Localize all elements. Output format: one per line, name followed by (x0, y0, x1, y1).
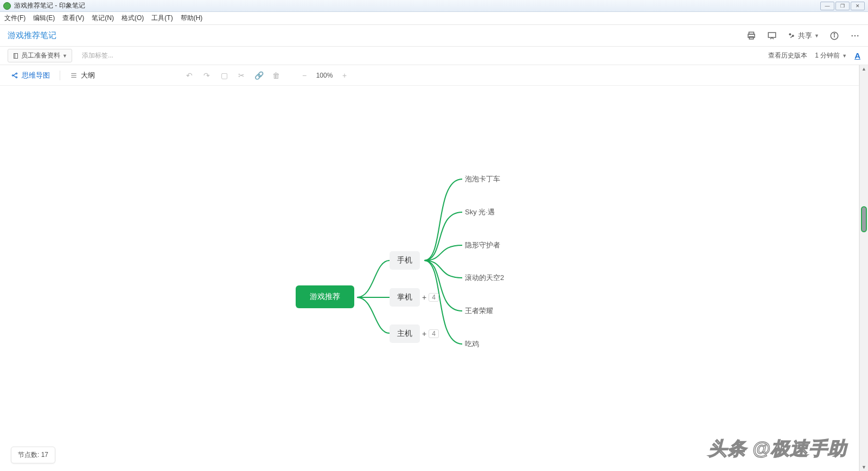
note-meta-row: 员工准备资料 ▼ 添加标签... 查看历史版本 1 分钟前 ▼ A (0, 47, 868, 65)
close-button[interactable]: ✕ (851, 2, 865, 10)
mindmap-sub-node[interactable]: 掌机 + 4 (390, 288, 439, 307)
svg-point-8 (834, 33, 835, 34)
collapsed-count-badge: 4 (429, 329, 439, 338)
svg-point-4 (789, 33, 791, 35)
mindmap-leaf-node[interactable]: 泡泡卡丁车 (465, 174, 500, 184)
mindmap-sub-node[interactable]: 主机 + 4 (390, 324, 439, 343)
expand-icon[interactable]: + (422, 293, 426, 302)
zoom-out-icon[interactable]: − (298, 69, 311, 82)
svg-point-15 (16, 73, 17, 74)
maximize-button[interactable]: ❐ (835, 2, 850, 10)
svg-point-11 (857, 35, 858, 36)
expand-icon[interactable]: + (422, 329, 426, 338)
menu-bar: 文件(F) 编辑(E) 查看(V) 笔记(N) 格式(O) 工具(T) 帮助(H… (0, 12, 868, 25)
share-label: 共享 (798, 31, 812, 41)
menu-note[interactable]: 笔记(N) (92, 14, 114, 23)
image-icon[interactable]: ▢ (218, 69, 231, 82)
mindmap-root-node[interactable]: 游戏推荐 (296, 285, 354, 308)
window-title: 游戏推荐笔记 - 印象笔记 (14, 1, 85, 10)
mindmap-leaf-node[interactable]: Sky 光·遇 (465, 207, 495, 217)
svg-point-10 (854, 35, 856, 36)
notebook-selector[interactable]: 员工准备资料 ▼ (8, 49, 72, 62)
mindmap-leaf-node[interactable]: 滚动的天空2 (465, 273, 504, 283)
caret-down-icon: ▼ (814, 33, 819, 39)
editor-area: 思维导图 大纲 ↶ ↷ ▢ ✂ 🔗 🗑 − 100% + (0, 65, 868, 471)
history-link[interactable]: 查看历史版本 (768, 51, 807, 60)
svg-point-14 (12, 74, 13, 75)
collapsed-count-badge: 4 (429, 293, 439, 302)
trash-icon[interactable]: 🗑 (270, 69, 283, 82)
app-icon (3, 2, 11, 10)
mindmap-canvas[interactable]: 游戏推荐 手机 掌机 + 4 主机 + 4 泡泡卡丁车 Sky 光·遇 隐形守护… (0, 86, 859, 471)
format-style-button[interactable]: A (854, 51, 860, 60)
notebook-name: 员工准备资料 (21, 51, 60, 60)
svg-point-9 (852, 35, 853, 36)
menu-edit[interactable]: 编辑(E) (33, 14, 55, 23)
print-icon[interactable] (746, 30, 757, 41)
node-count-badge: 节点数: 17 (11, 447, 55, 463)
menu-file[interactable]: 文件(F) (4, 14, 25, 23)
minimize-button[interactable]: — (820, 2, 834, 10)
window-titlebar: 游戏推荐笔记 - 印象笔记 — ❐ ✕ (0, 0, 868, 12)
mindmap-leaf-node[interactable]: 吃鸡 (465, 339, 479, 349)
cut-icon[interactable]: ✂ (235, 69, 248, 82)
mindmap-leaf-node[interactable]: 隐形守护者 (465, 240, 500, 250)
menu-help[interactable]: 帮助(H) (181, 14, 203, 23)
last-edited-time[interactable]: 1 分钟前 ▼ (815, 51, 847, 60)
undo-icon[interactable]: ↶ (183, 69, 196, 82)
zoom-level: 100% (315, 72, 334, 79)
redo-icon[interactable]: ↷ (200, 69, 213, 82)
scroll-down-icon[interactable]: ▼ (860, 463, 868, 471)
mode-outline[interactable]: 大纲 (67, 68, 98, 82)
svg-point-16 (16, 77, 17, 78)
note-header: 游戏推荐笔记 共享 ▼ (0, 25, 868, 47)
zoom-in-icon[interactable]: + (338, 69, 351, 82)
scroll-up-icon[interactable]: ▲ (860, 65, 868, 73)
window-controls: — ❐ ✕ (820, 2, 865, 10)
mindmap-sub-node[interactable]: 手机 (390, 251, 420, 270)
vertical-scrollbar[interactable]: ▲ ▼ (859, 65, 868, 471)
mode-mindmap[interactable]: 思维导图 (8, 68, 53, 82)
present-icon[interactable] (767, 30, 777, 41)
more-icon[interactable] (850, 30, 860, 41)
svg-rect-12 (14, 53, 18, 58)
mindmap-leaf-node[interactable]: 王者荣耀 (465, 306, 493, 316)
menu-tools[interactable]: 工具(T) (151, 14, 173, 23)
link-icon[interactable]: 🔗 (252, 69, 265, 82)
menu-format[interactable]: 格式(O) (122, 14, 144, 23)
info-icon[interactable] (829, 30, 840, 41)
note-title[interactable]: 游戏推荐笔记 (8, 30, 56, 41)
share-button[interactable]: 共享 ▼ (787, 31, 819, 41)
add-tag-input[interactable]: 添加标签... (82, 51, 113, 60)
svg-rect-3 (768, 33, 776, 37)
caret-down-icon: ▼ (842, 53, 847, 59)
caret-down-icon: ▼ (62, 53, 67, 59)
menu-view[interactable]: 查看(V) (62, 14, 84, 23)
scroll-thumb[interactable] (861, 206, 867, 232)
editor-toolbar: 思维导图 大纲 ↶ ↷ ▢ ✂ 🔗 🗑 − 100% + (0, 65, 859, 86)
